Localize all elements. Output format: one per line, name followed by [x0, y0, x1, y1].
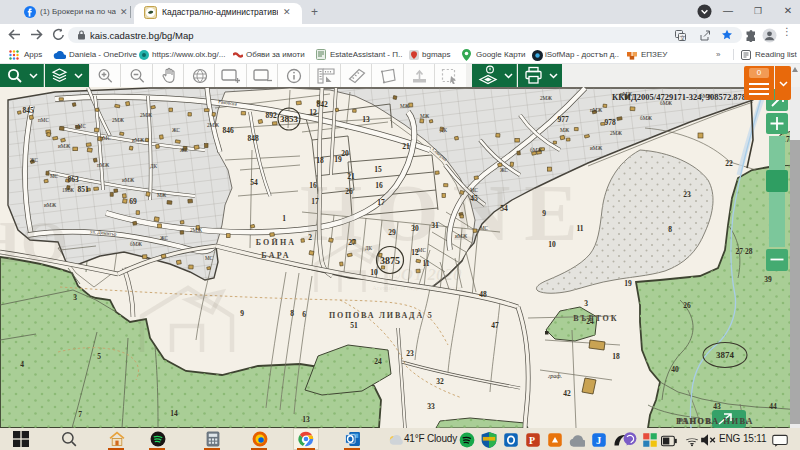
svg-text:МС: МС: [50, 173, 59, 179]
svg-text:иМЖ: иМЖ: [590, 145, 602, 151]
svg-text:44: 44: [769, 402, 777, 411]
svg-text:3853: 3853: [280, 114, 299, 124]
svg-text:39: 39: [764, 275, 772, 284]
svg-text:J: J: [596, 435, 601, 446]
svg-text:иМЖ: иМЖ: [44, 202, 56, 208]
svg-text:54: 54: [250, 178, 258, 187]
svg-text:848: 848: [247, 134, 259, 143]
svg-text:20: 20: [341, 149, 349, 158]
svg-text:©ОТ 2020: ©ОТ 2020: [388, 265, 462, 284]
svg-text:3: 3: [73, 293, 77, 302]
svg-text:40: 40: [671, 365, 679, 374]
svg-text:иМЖ: иМЖ: [132, 137, 144, 143]
svg-text:Агенция за недвижими имоти: Агенция за недвижими имоти: [372, 284, 461, 292]
svg-text:пМЖ: пМЖ: [590, 107, 602, 113]
svg-text:9: 9: [240, 309, 244, 318]
svg-text:2МЖ: 2МЖ: [610, 130, 622, 136]
svg-text:7: 7: [78, 410, 82, 419]
svg-text:пМС: пМС: [38, 117, 49, 123]
svg-text:10: 10: [370, 268, 378, 277]
svg-text:6: 6: [302, 310, 306, 319]
svg-text:13: 13: [302, 415, 310, 424]
svg-text:1МЖ: 1МЖ: [62, 187, 74, 193]
svg-text:ЖС: ЖС: [160, 235, 169, 241]
svg-text:69: 69: [129, 197, 137, 206]
svg-text:23: 23: [406, 349, 414, 358]
svg-text:8: 8: [668, 225, 672, 234]
svg-text:845: 845: [22, 106, 34, 115]
svg-text:851: 851: [77, 185, 89, 194]
svg-text:пМС: пМС: [100, 135, 111, 141]
svg-text:РАНОВА НИВА: РАНОВА НИВА: [676, 416, 754, 426]
svg-text:21: 21: [402, 142, 410, 151]
svg-text:32: 32: [436, 377, 444, 386]
svg-text:48: 48: [479, 290, 487, 299]
svg-text:43: 43: [713, 402, 721, 411]
svg-text:977: 977: [557, 115, 569, 124]
svg-text:2МЖ: 2МЖ: [112, 117, 124, 123]
svg-text:12: 12: [309, 108, 317, 117]
svg-text:42: 42: [563, 389, 571, 398]
svg-text:1: 1: [282, 214, 286, 223]
svg-text:892: 892: [265, 111, 277, 120]
svg-text:51: 51: [350, 321, 358, 330]
svg-text:18: 18: [612, 352, 620, 361]
svg-text:14: 14: [170, 409, 178, 418]
svg-text:5: 5: [97, 352, 101, 361]
svg-text:БОЙНА: БОЙНА: [256, 238, 297, 247]
svg-text:978: 978: [604, 118, 616, 127]
svg-text:граф.: граф.: [548, 373, 562, 379]
svg-text:ДК: ДК: [440, 127, 448, 133]
svg-text:3: 3: [584, 299, 588, 308]
svg-text:ЖС: ЖС: [30, 157, 39, 163]
svg-text:ВЪРТОК: ВЪРТОК: [573, 314, 618, 323]
svg-text:бМЖ: бМЖ: [530, 147, 542, 153]
svg-text:P: P: [529, 435, 535, 446]
svg-text:842: 842: [316, 100, 328, 109]
svg-text:ЖС: ЖС: [172, 127, 181, 133]
svg-text:ЖС: ЖС: [180, 147, 189, 153]
svg-text:пМС: пМС: [75, 123, 86, 129]
svg-text:846: 846: [222, 126, 234, 135]
svg-text:27 28: 27 28: [736, 247, 753, 256]
svg-text:НО: НО: [0, 209, 67, 275]
svg-text:3874: 3874: [716, 350, 735, 360]
svg-text:ДК: ДК: [150, 163, 158, 169]
svg-text:бМЖ: бМЖ: [130, 241, 142, 247]
svg-text:18: 18: [316, 156, 324, 165]
svg-text:24: 24: [374, 357, 382, 366]
svg-text:HONE: HONE: [300, 169, 592, 257]
svg-text:иМЖ: иМЖ: [58, 143, 70, 149]
svg-text:пМЖ: пМЖ: [97, 162, 109, 168]
svg-text:МЖ: МЖ: [400, 103, 410, 109]
svg-text:2МЖ: 2МЖ: [540, 95, 552, 101]
svg-text:47: 47: [491, 321, 499, 330]
svg-text:бМЖ: бМЖ: [640, 115, 652, 121]
svg-text:863: 863: [67, 175, 79, 184]
svg-text:МЖ: МЖ: [420, 113, 430, 119]
svg-text:2МЖ: 2МЖ: [190, 227, 202, 233]
svg-text:文: 文: [680, 34, 686, 41]
svg-text:26: 26: [683, 301, 691, 310]
svg-text:2МЖ: 2МЖ: [140, 112, 152, 118]
svg-text:2МЖ: 2МЖ: [207, 122, 219, 128]
svg-text:19: 19: [624, 279, 632, 288]
svg-text:33: 33: [427, 402, 435, 411]
svg-text:22: 22: [725, 159, 733, 168]
svg-text:ПОПОВА ЛИВАДА 5: ПОПОВА ЛИВАДА 5: [329, 311, 434, 320]
svg-text:ККИД2005/4729171-324, 308572.8: ККИД2005/4729171-324, 308572.878: [612, 92, 746, 102]
svg-text:23: 23: [683, 190, 691, 199]
svg-text:МЖ: МЖ: [560, 127, 570, 133]
svg-text:13: 13: [362, 115, 370, 124]
svg-text:БАРА: БАРА: [261, 251, 290, 260]
svg-text:иМЖ: иМЖ: [122, 177, 134, 183]
svg-text:МС: МС: [205, 255, 214, 261]
svg-text:МЖ: МЖ: [157, 192, 167, 198]
svg-text:4: 4: [20, 360, 24, 369]
svg-text:19: 19: [334, 155, 342, 164]
svg-text:8: 8: [290, 309, 294, 318]
